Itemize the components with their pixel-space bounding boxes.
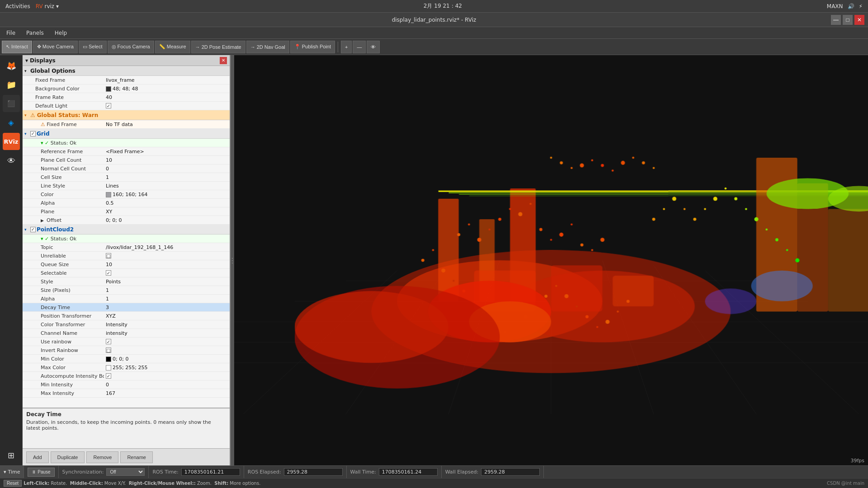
terminal-icon[interactable]: ⬛: [3, 95, 20, 112]
grid-color-row[interactable]: Color 160; 160; 164: [23, 190, 230, 199]
rviz-icon[interactable]: RViz: [3, 133, 20, 150]
pointcloud2-header[interactable]: ▾ ✓ PointCloud2: [23, 225, 230, 235]
grid-color-value[interactable]: 160; 160; 164: [104, 192, 230, 197]
color-transformer-row[interactable]: Color Transformer Intensity: [23, 320, 230, 329]
background-color-value[interactable]: 48; 48; 48: [104, 86, 230, 92]
cell-size-value[interactable]: 1: [104, 174, 230, 180]
pc2-enabled-checkbox[interactable]: ✓: [30, 227, 36, 232]
pause-button[interactable]: ⏸ Pause: [28, 468, 54, 477]
normal-cell-count-row[interactable]: Normal Cell Count 0: [23, 164, 230, 173]
power-icon[interactable]: ⚡: [859, 3, 863, 9]
style-value[interactable]: Points: [104, 279, 230, 285]
default-light-checkbox[interactable]: ✓: [106, 103, 111, 108]
grid-header[interactable]: ▾ ✓ Grid: [23, 129, 230, 139]
size-pixels-row[interactable]: Size (Pixels) 1: [23, 286, 230, 295]
color-transformer-value[interactable]: Intensity: [104, 322, 230, 328]
focus-camera-tool[interactable]: ◎ Focus Camera: [108, 41, 154, 53]
invert-rainbow-row[interactable]: Invert Rainbow □: [23, 346, 230, 355]
use-rainbow-value[interactable]: ✓: [104, 339, 230, 345]
max-color-row[interactable]: Max Color 255; 255; 255: [23, 363, 230, 372]
position-transformer-row[interactable]: Position Transformer XYZ: [23, 312, 230, 320]
frame-rate-value[interactable]: 40: [104, 94, 230, 100]
panel-resize-handle[interactable]: [231, 55, 234, 465]
size-pixels-value[interactable]: 1: [104, 287, 230, 293]
selectable-value[interactable]: ✓: [104, 270, 230, 276]
grid-enabled-checkbox[interactable]: ✓: [30, 131, 36, 136]
interact-tool[interactable]: ↖ Interact: [2, 41, 32, 53]
sync-select[interactable]: Off Exact Approximate: [106, 468, 145, 476]
displays-tree[interactable]: ▾ Global Options Fixed Frame livox_frame…: [23, 66, 230, 408]
frame-rate-row[interactable]: Frame Rate 40: [23, 93, 230, 102]
reference-frame-value[interactable]: <Fixed Frame>: [104, 149, 230, 155]
select-tool[interactable]: ▭ Select: [79, 41, 107, 53]
remove-button[interactable]: Remove: [86, 451, 118, 463]
add-view-tool[interactable]: +: [341, 41, 352, 53]
firefox-icon[interactable]: 🦊: [3, 57, 20, 74]
max-intensity-value[interactable]: 167: [104, 390, 230, 396]
position-transformer-value[interactable]: XYZ: [104, 313, 230, 319]
default-light-value[interactable]: ✓: [104, 103, 230, 109]
unreliable-value[interactable]: □: [104, 253, 230, 259]
rename-button[interactable]: Rename: [120, 451, 153, 463]
apps-grid-icon[interactable]: ⊞: [3, 446, 20, 464]
offset-row[interactable]: ▶Offset 0; 0; 0: [23, 216, 230, 225]
min-color-row[interactable]: Min Color 0; 0; 0: [23, 355, 230, 363]
selectable-row[interactable]: Selectable ✓: [23, 269, 230, 277]
topic-row[interactable]: Topic /livox/lidar_192_168_1_146: [23, 243, 230, 252]
2d-nav-tool[interactable]: → 2D Nav Goal: [246, 41, 289, 53]
min-intensity-row[interactable]: Min Intensity 0: [23, 380, 230, 389]
global-status-header[interactable]: ▾ ⚠ Global Status: Warn: [23, 110, 230, 120]
global-options-header[interactable]: ▾ Global Options: [23, 66, 230, 76]
files-icon[interactable]: 📁: [3, 76, 20, 93]
plane-cell-count-value[interactable]: 10: [104, 157, 230, 163]
invert-rainbow-checkbox[interactable]: □: [106, 347, 111, 353]
pc2-alpha-value[interactable]: 1: [104, 296, 230, 302]
autocompute-value[interactable]: ✓: [104, 373, 230, 379]
use-rainbow-row[interactable]: Use rainbow ✓: [23, 338, 230, 346]
autocompute-row[interactable]: Autocompute Intensity Bou... ✓: [23, 372, 230, 380]
view-options-tool[interactable]: 👁: [367, 41, 380, 53]
offset-value[interactable]: 0; 0; 0: [104, 217, 230, 223]
max-intensity-row[interactable]: Max Intensity 167: [23, 389, 230, 398]
topic-value[interactable]: /livox/lidar_192_168_1_146: [104, 244, 230, 250]
duplicate-button[interactable]: Duplicate: [51, 451, 85, 463]
plane-cell-count-row[interactable]: Plane Cell Count 10: [23, 156, 230, 164]
queue-size-value[interactable]: 10: [104, 262, 230, 267]
line-style-row[interactable]: Line Style Lines: [23, 182, 230, 190]
pc2-alpha-row[interactable]: Alpha 1: [23, 295, 230, 303]
unreliable-checkbox[interactable]: □: [106, 253, 111, 258]
reference-frame-row[interactable]: Reference Frame <Fixed Frame>: [23, 147, 230, 156]
decay-time-value[interactable]: 3: [104, 305, 230, 310]
fixed-frame-status-row[interactable]: ⚠ Fixed Frame No TF data: [23, 120, 230, 129]
remove-view-tool[interactable]: —: [353, 41, 366, 53]
displays-close-button[interactable]: ✕: [220, 57, 227, 64]
add-button[interactable]: Add: [26, 451, 49, 463]
close-button[interactable]: ✕: [854, 15, 864, 25]
autocompute-checkbox[interactable]: ✓: [106, 373, 111, 379]
plane-value[interactable]: XY: [104, 209, 230, 215]
normal-cell-count-value[interactable]: 0: [104, 166, 230, 172]
grid-alpha-value[interactable]: 0.5: [104, 200, 230, 206]
vscode-icon[interactable]: ◈: [3, 114, 20, 131]
decay-time-row[interactable]: Decay Time 3: [23, 303, 230, 312]
viewer-icon[interactable]: 👁: [3, 152, 20, 169]
3d-viewport[interactable]: 39fps: [234, 55, 868, 465]
menu-panels[interactable]: Panels: [24, 29, 47, 37]
app-name-label[interactable]: RV rviz ▾: [36, 3, 59, 9]
queue-size-row[interactable]: Queue Size 10: [23, 260, 230, 269]
fixed-frame-value[interactable]: livox_frame: [104, 77, 230, 83]
measure-tool[interactable]: 📏 Measure: [155, 41, 190, 53]
move-camera-tool[interactable]: ✥ Move Camera: [33, 41, 78, 53]
default-light-row[interactable]: Default Light ✓: [23, 102, 230, 110]
channel-name-value[interactable]: intensity: [104, 330, 230, 336]
use-rainbow-checkbox[interactable]: ✓: [106, 339, 111, 344]
selectable-checkbox[interactable]: ✓: [106, 270, 111, 276]
grid-alpha-row[interactable]: Alpha 0.5: [23, 199, 230, 207]
channel-name-row[interactable]: Channel Name intensity: [23, 329, 230, 338]
publish-point-tool[interactable]: 📍 Publish Point: [290, 41, 335, 53]
activities-label[interactable]: Activities: [5, 3, 30, 9]
max-color-value[interactable]: 255; 255; 255: [104, 365, 230, 371]
fixed-frame-row[interactable]: Fixed Frame livox_frame: [23, 76, 230, 84]
min-color-value[interactable]: 0; 0; 0: [104, 356, 230, 362]
invert-rainbow-value[interactable]: □: [104, 347, 230, 353]
